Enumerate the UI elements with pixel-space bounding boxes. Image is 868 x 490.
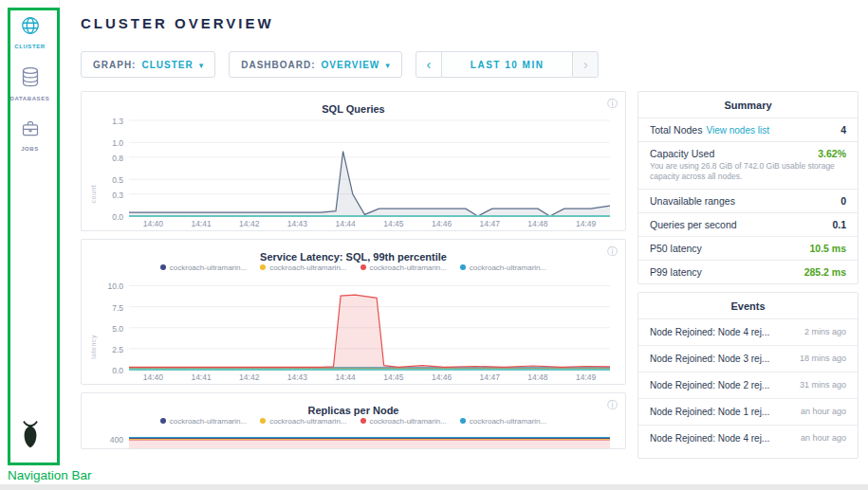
database-icon — [21, 66, 40, 92]
chart-plot-service-latency: 0.02.55.07.510.014:4014:4114:4214:4314:4… — [89, 276, 618, 384]
event-text: Node Rejoined: Node 1 rej... — [650, 407, 769, 417]
chart-card-replicas-per-node: Replicas per Node ⓘ cockroach-ultramarin… — [81, 392, 626, 449]
bottom-scrollbar[interactable] — [0, 484, 868, 490]
time-prev-button[interactable]: ‹ — [416, 51, 442, 78]
sidebar-item-label: JOBS — [21, 146, 39, 152]
graph-dropdown[interactable]: GRAPH: CLUSTER ▾ — [81, 51, 215, 78]
briefcase-icon — [21, 119, 40, 142]
event-row: Node Rejoined: Node 2 rej... 31 mins ago — [638, 372, 858, 398]
sidebar-item-jobs[interactable]: JOBS — [0, 119, 60, 152]
legend-label: cockroach-ultramarin... — [170, 263, 247, 272]
page-title: CLUSTER OVERVIEW — [81, 15, 274, 31]
legend-dot-icon — [360, 418, 366, 424]
info-icon[interactable]: ⓘ — [607, 245, 618, 259]
legend-dot-icon — [160, 418, 166, 424]
legend-label: cockroach-ultramarin... — [470, 263, 546, 272]
row-value: 10.5 ms — [809, 243, 846, 254]
legend-dot-icon — [360, 264, 366, 270]
graph-dropdown-label: GRAPH: — [93, 60, 136, 70]
sidebar-item-label: CLUSTER — [14, 44, 46, 49]
summary-panel: Summary Total NodesView nodes list 4 Cap… — [637, 91, 859, 284]
chart-title: Service Latency: SQL, 99th percentile — [260, 251, 447, 263]
total-nodes-label: Total Nodes — [650, 124, 702, 136]
summary-row-p50-latency: P50 latency 10.5 ms — [638, 236, 858, 260]
right-column: Summary Total NodesView nodes list 4 Cap… — [637, 91, 859, 465]
event-text: Node Rejoined: Node 4 rej... — [650, 433, 769, 444]
capacity-value: 3.62% — [818, 148, 846, 159]
summary-title: Summary — [638, 92, 858, 118]
row-value: 0.1 — [832, 219, 846, 230]
row-label: P50 latency — [650, 243, 702, 254]
chart-title: Replicas per Node — [308, 405, 399, 416]
legend-item[interactable]: cockroach-ultramarin... — [160, 263, 247, 272]
dashboard-dropdown[interactable]: DASHBOARD: OVERVIEW ▾ — [229, 51, 402, 78]
chart-plot-sql-queries: 0.00.30.50.81.01.314:4014:4114:4214:4314… — [89, 115, 618, 230]
row-label: Queries per second — [650, 219, 737, 230]
dashboard-dropdown-value: OVERVIEW — [322, 60, 380, 70]
legend-label: cockroach-ultramarin... — [470, 417, 546, 426]
summary-row-p99-latency: P99 latency 285.2 ms — [638, 260, 858, 283]
time-range-label[interactable]: LAST 10 MIN — [442, 51, 573, 78]
cockroachdb-logo — [0, 420, 60, 448]
row-label: Unavailable ranges — [650, 195, 735, 207]
chart-card-sql-queries: SQL Queries ⓘ 0.00.30.50.81.01.314:4014:… — [81, 91, 626, 231]
navigation-bar-annotation-label: Navigation Bar — [8, 468, 92, 482]
globe-icon — [20, 15, 41, 40]
info-icon[interactable]: ⓘ — [607, 398, 618, 412]
sidebar-item-label: DATABASES — [10, 96, 50, 101]
main-content: CLUSTER OVERVIEW GRAPH: CLUSTER ▾ DASHBO… — [60, 0, 868, 465]
event-row: Node Rejoined: Node 1 rej... an hour ago — [638, 398, 858, 425]
dashboard-dropdown-label: DASHBOARD: — [241, 60, 315, 70]
events-title: Events — [638, 293, 858, 318]
legend-item[interactable]: cockroach-ultramarin... — [460, 263, 546, 272]
sidebar-item-databases[interactable]: DATABASES — [0, 66, 60, 101]
summary-row-capacity: Capacity Used 3.62% You are using 26.8 G… — [638, 141, 858, 189]
chart-plot-replicas: 40014:4014:4114:4214:4314:4414:4514:4614… — [89, 429, 618, 449]
legend-label: cockroach-ultramarin... — [170, 417, 247, 426]
graph-dropdown-value: CLUSTER — [141, 60, 193, 70]
charts-column: SQL Queries ⓘ 0.00.30.50.81.01.314:4014:… — [81, 91, 626, 457]
legend-dot-icon — [260, 418, 266, 424]
event-row: Node Rejoined: Node 3 rej... 18 mins ago — [638, 345, 858, 372]
legend-item[interactable]: cockroach-ultramarin... — [460, 417, 546, 426]
row-value: 285.2 ms — [804, 266, 846, 278]
event-text: Node Rejoined: Node 4 rej... — [650, 327, 769, 337]
event-text: Node Rejoined: Node 2 rej... — [650, 380, 769, 390]
row-value: 0 — [840, 195, 846, 207]
summary-row-unavailable-ranges: Unavailable ranges 0 — [638, 189, 858, 212]
summary-row-queries-per-second: Queries per second 0.1 — [638, 212, 858, 236]
chart-title: SQL Queries — [322, 103, 384, 115]
legend-dot-icon — [160, 264, 166, 270]
event-row: Node Rejoined: Node 4 rej... 2 mins ago — [638, 318, 858, 345]
total-nodes-value: 4 — [840, 124, 846, 136]
events-panel: Events Node Rejoined: Node 4 rej... 2 mi… — [637, 292, 859, 459]
event-row: Node Rejoined: Node 4 rej... an hour ago — [638, 425, 858, 451]
info-icon[interactable]: ⓘ — [607, 97, 618, 111]
legend-dot-icon — [460, 418, 466, 424]
legend-dot-icon — [260, 264, 266, 270]
sidebar-item-cluster[interactable]: CLUSTER — [0, 15, 60, 49]
chevron-down-icon: ▾ — [199, 61, 204, 70]
row-label: P99 latency — [650, 266, 702, 278]
capacity-label: Capacity Used — [650, 148, 714, 159]
chevron-down-icon: ▾ — [385, 61, 390, 70]
chart-card-service-latency: Service Latency: SQL, 99th percentile ⓘ … — [81, 239, 626, 385]
event-time: 18 mins ago — [800, 354, 846, 363]
event-time: 31 mins ago — [800, 380, 846, 390]
time-next-button[interactable]: › — [572, 51, 599, 78]
event-text: Node Rejoined: Node 3 rej... — [650, 354, 769, 364]
legend-dot-icon — [460, 264, 466, 270]
event-time: 2 mins ago — [804, 327, 846, 336]
admin-ui-screenshot: CLUSTER DATABASES JOBS CLUSTER OV — [0, 0, 868, 465]
view-nodes-list-link[interactable]: View nodes list — [706, 125, 769, 136]
event-time: an hour ago — [801, 407, 846, 416]
time-range-selector: ‹ LAST 10 MIN › — [416, 51, 600, 78]
event-time: an hour ago — [801, 433, 846, 443]
legend-item[interactable]: cockroach-ultramarin... — [160, 417, 247, 426]
summary-row-total-nodes: Total NodesView nodes list 4 — [638, 118, 858, 141]
capacity-subtext: You are using 26.8 GiB of 742.0 GiB usab… — [650, 161, 846, 183]
toolbar: GRAPH: CLUSTER ▾ DASHBOARD: OVERVIEW ▾ ‹… — [81, 51, 599, 78]
